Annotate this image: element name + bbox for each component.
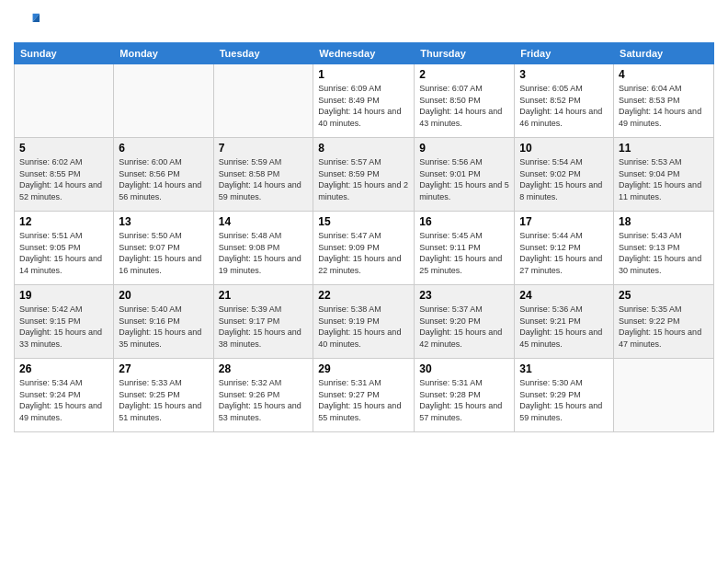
header-wednesday: Wednesday [313,43,415,64]
calendar-cell: 3Sunrise: 6:05 AM Sunset: 8:52 PM Daylig… [515,64,614,138]
day-number: 15 [318,215,409,228]
day-info: Sunrise: 5:38 AM Sunset: 9:19 PM Dayligh… [318,304,409,350]
day-number: 7 [219,142,309,155]
calendar-page: Sunday Monday Tuesday Wednesday Thursday… [0,0,728,563]
calendar-cell: 18Sunrise: 5:43 AM Sunset: 9:13 PM Dayli… [614,212,714,285]
calendar-cell [213,64,313,138]
header-tuesday: Tuesday [213,43,313,64]
day-number: 27 [119,362,208,375]
calendar-cell [114,64,213,138]
day-number: 1 [318,68,409,81]
day-info: Sunrise: 5:31 AM Sunset: 9:28 PM Dayligh… [419,377,509,423]
day-number: 31 [519,362,609,375]
calendar-cell: 17Sunrise: 5:44 AM Sunset: 9:12 PM Dayli… [515,212,614,285]
header-thursday: Thursday [415,43,515,64]
calendar-cell: 31Sunrise: 5:30 AM Sunset: 9:29 PM Dayli… [515,359,614,432]
logo-icon [14,9,40,35]
header-sunday: Sunday [15,43,114,64]
day-number: 16 [419,215,509,228]
calendar-cell: 13Sunrise: 5:50 AM Sunset: 9:07 PM Dayli… [114,212,213,285]
day-info: Sunrise: 5:36 AM Sunset: 9:21 PM Dayligh… [519,304,609,350]
day-number: 9 [419,142,509,155]
calendar-cell: 6Sunrise: 6:00 AM Sunset: 8:56 PM Daylig… [114,138,213,212]
calendar-cell: 8Sunrise: 5:57 AM Sunset: 8:59 PM Daylig… [313,138,415,212]
calendar-week-4: 26Sunrise: 5:34 AM Sunset: 9:24 PM Dayli… [15,359,714,432]
calendar-cell: 23Sunrise: 5:37 AM Sunset: 9:20 PM Dayli… [415,285,515,359]
day-number: 4 [619,68,709,81]
calendar-cell: 7Sunrise: 5:59 AM Sunset: 8:58 PM Daylig… [213,138,313,212]
calendar-cell: 28Sunrise: 5:32 AM Sunset: 9:26 PM Dayli… [213,359,313,432]
calendar-cell [15,64,114,138]
day-number: 2 [419,68,509,81]
day-info: Sunrise: 5:54 AM Sunset: 9:02 PM Dayligh… [519,156,609,202]
day-number: 23 [419,289,509,302]
header-monday: Monday [114,43,213,64]
day-number: 10 [519,142,609,155]
day-number: 8 [318,142,409,155]
day-info: Sunrise: 5:56 AM Sunset: 9:01 PM Dayligh… [419,156,509,202]
day-info: Sunrise: 5:45 AM Sunset: 9:11 PM Dayligh… [419,230,509,276]
calendar-table: Sunday Monday Tuesday Wednesday Thursday… [14,42,714,432]
day-number: 17 [519,215,609,228]
header-friday: Friday [515,43,614,64]
day-number: 12 [19,215,108,228]
day-info: Sunrise: 6:04 AM Sunset: 8:53 PM Dayligh… [619,83,709,129]
calendar-cell: 26Sunrise: 5:34 AM Sunset: 9:24 PM Dayli… [15,359,114,432]
calendar-week-0: 1Sunrise: 6:09 AM Sunset: 8:49 PM Daylig… [15,64,714,138]
calendar-cell: 24Sunrise: 5:36 AM Sunset: 9:21 PM Dayli… [515,285,614,359]
calendar-cell: 1Sunrise: 6:09 AM Sunset: 8:49 PM Daylig… [313,64,415,138]
day-info: Sunrise: 6:00 AM Sunset: 8:56 PM Dayligh… [119,156,208,202]
calendar-body: 1Sunrise: 6:09 AM Sunset: 8:49 PM Daylig… [15,64,714,432]
calendar-cell: 22Sunrise: 5:38 AM Sunset: 9:19 PM Dayli… [313,285,415,359]
day-info: Sunrise: 5:39 AM Sunset: 9:17 PM Dayligh… [219,304,309,350]
day-number: 26 [19,362,108,375]
day-info: Sunrise: 6:05 AM Sunset: 8:52 PM Dayligh… [519,83,609,129]
day-info: Sunrise: 5:35 AM Sunset: 9:22 PM Dayligh… [619,304,709,350]
day-number: 14 [219,215,309,228]
header-saturday: Saturday [614,43,714,64]
calendar-cell [614,359,714,432]
calendar-cell: 2Sunrise: 6:07 AM Sunset: 8:50 PM Daylig… [415,64,515,138]
calendar-cell: 29Sunrise: 5:31 AM Sunset: 9:27 PM Dayli… [313,359,415,432]
day-number: 19 [19,289,108,302]
logo [14,9,43,35]
day-number: 24 [519,289,609,302]
calendar-cell: 20Sunrise: 5:40 AM Sunset: 9:16 PM Dayli… [114,285,213,359]
calendar-cell: 12Sunrise: 5:51 AM Sunset: 9:05 PM Dayli… [15,212,114,285]
day-info: Sunrise: 5:59 AM Sunset: 8:58 PM Dayligh… [219,156,309,202]
day-info: Sunrise: 5:44 AM Sunset: 9:12 PM Dayligh… [519,230,609,276]
weekday-row: Sunday Monday Tuesday Wednesday Thursday… [15,43,714,64]
day-number: 21 [219,289,309,302]
calendar-cell: 25Sunrise: 5:35 AM Sunset: 9:22 PM Dayli… [614,285,714,359]
calendar-week-1: 5Sunrise: 6:02 AM Sunset: 8:55 PM Daylig… [15,138,714,212]
calendar-cell: 15Sunrise: 5:47 AM Sunset: 9:09 PM Dayli… [313,212,415,285]
calendar-cell: 4Sunrise: 6:04 AM Sunset: 8:53 PM Daylig… [614,64,714,138]
calendar-week-2: 12Sunrise: 5:51 AM Sunset: 9:05 PM Dayli… [15,212,714,285]
calendar-cell: 30Sunrise: 5:31 AM Sunset: 9:28 PM Dayli… [415,359,515,432]
day-info: Sunrise: 5:53 AM Sunset: 9:04 PM Dayligh… [619,156,709,202]
day-number: 6 [119,142,208,155]
day-number: 25 [619,289,709,302]
day-info: Sunrise: 5:48 AM Sunset: 9:08 PM Dayligh… [219,230,309,276]
calendar-cell: 10Sunrise: 5:54 AM Sunset: 9:02 PM Dayli… [515,138,614,212]
day-info: Sunrise: 5:32 AM Sunset: 9:26 PM Dayligh… [219,377,309,423]
day-number: 5 [19,142,108,155]
day-info: Sunrise: 6:02 AM Sunset: 8:55 PM Dayligh… [19,156,108,202]
calendar-cell: 5Sunrise: 6:02 AM Sunset: 8:55 PM Daylig… [15,138,114,212]
day-info: Sunrise: 5:43 AM Sunset: 9:13 PM Dayligh… [619,230,709,276]
day-number: 30 [419,362,509,375]
calendar-cell: 14Sunrise: 5:48 AM Sunset: 9:08 PM Dayli… [213,212,313,285]
day-number: 13 [119,215,208,228]
calendar-week-3: 19Sunrise: 5:42 AM Sunset: 9:15 PM Dayli… [15,285,714,359]
day-info: Sunrise: 5:42 AM Sunset: 9:15 PM Dayligh… [19,304,108,350]
day-info: Sunrise: 5:30 AM Sunset: 9:29 PM Dayligh… [519,377,609,423]
calendar-cell: 21Sunrise: 5:39 AM Sunset: 9:17 PM Dayli… [213,285,313,359]
day-info: Sunrise: 5:37 AM Sunset: 9:20 PM Dayligh… [419,304,509,350]
calendar-cell: 9Sunrise: 5:56 AM Sunset: 9:01 PM Daylig… [415,138,515,212]
calendar-cell: 27Sunrise: 5:33 AM Sunset: 9:25 PM Dayli… [114,359,213,432]
day-number: 18 [619,215,709,228]
day-info: Sunrise: 6:07 AM Sunset: 8:50 PM Dayligh… [419,83,509,129]
day-info: Sunrise: 5:50 AM Sunset: 9:07 PM Dayligh… [119,230,208,276]
day-number: 29 [318,362,409,375]
day-number: 22 [318,289,409,302]
